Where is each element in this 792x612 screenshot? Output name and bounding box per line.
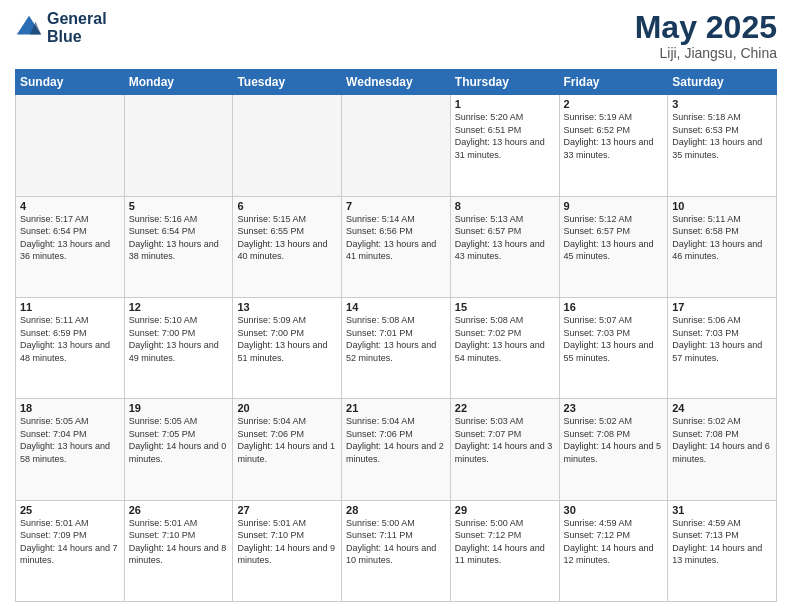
- day-info: Sunrise: 5:01 AMSunset: 7:09 PMDaylight:…: [20, 517, 120, 567]
- day-info: Sunrise: 5:18 AMSunset: 6:53 PMDaylight:…: [672, 111, 772, 161]
- calendar-cell: 1Sunrise: 5:20 AMSunset: 6:51 PMDaylight…: [450, 95, 559, 196]
- day-number: 15: [455, 301, 555, 313]
- calendar-cell: 20Sunrise: 5:04 AMSunset: 7:06 PMDayligh…: [233, 399, 342, 500]
- day-info: Sunrise: 5:10 AMSunset: 7:00 PMDaylight:…: [129, 314, 229, 364]
- day-number: 16: [564, 301, 664, 313]
- day-number: 27: [237, 504, 337, 516]
- calendar-cell: [16, 95, 125, 196]
- calendar-cell: 8Sunrise: 5:13 AMSunset: 6:57 PMDaylight…: [450, 196, 559, 297]
- day-number: 26: [129, 504, 229, 516]
- day-number: 10: [672, 200, 772, 212]
- day-info: Sunrise: 5:01 AMSunset: 7:10 PMDaylight:…: [129, 517, 229, 567]
- calendar-cell: 17Sunrise: 5:06 AMSunset: 7:03 PMDayligh…: [668, 297, 777, 398]
- day-number: 22: [455, 402, 555, 414]
- calendar-cell: 18Sunrise: 5:05 AMSunset: 7:04 PMDayligh…: [16, 399, 125, 500]
- weekday-header: Wednesday: [342, 70, 451, 95]
- day-number: 25: [20, 504, 120, 516]
- day-info: Sunrise: 4:59 AMSunset: 7:13 PMDaylight:…: [672, 517, 772, 567]
- day-info: Sunrise: 5:19 AMSunset: 6:52 PMDaylight:…: [564, 111, 664, 161]
- day-info: Sunrise: 5:15 AMSunset: 6:55 PMDaylight:…: [237, 213, 337, 263]
- calendar-cell: 5Sunrise: 5:16 AMSunset: 6:54 PMDaylight…: [124, 196, 233, 297]
- day-number: 20: [237, 402, 337, 414]
- day-info: Sunrise: 5:08 AMSunset: 7:02 PMDaylight:…: [455, 314, 555, 364]
- day-info: Sunrise: 5:13 AMSunset: 6:57 PMDaylight:…: [455, 213, 555, 263]
- weekday-header: Friday: [559, 70, 668, 95]
- calendar-cell: 12Sunrise: 5:10 AMSunset: 7:00 PMDayligh…: [124, 297, 233, 398]
- calendar-cell: 14Sunrise: 5:08 AMSunset: 7:01 PMDayligh…: [342, 297, 451, 398]
- day-info: Sunrise: 5:04 AMSunset: 7:06 PMDaylight:…: [346, 415, 446, 465]
- title-block: May 2025 Liji, Jiangsu, China: [635, 10, 777, 61]
- day-info: Sunrise: 5:02 AMSunset: 7:08 PMDaylight:…: [564, 415, 664, 465]
- logo-text: General Blue: [47, 10, 107, 45]
- calendar-cell: [342, 95, 451, 196]
- day-info: Sunrise: 5:05 AMSunset: 7:05 PMDaylight:…: [129, 415, 229, 465]
- calendar-cell: 25Sunrise: 5:01 AMSunset: 7:09 PMDayligh…: [16, 500, 125, 601]
- weekday-header: Thursday: [450, 70, 559, 95]
- calendar-cell: 6Sunrise: 5:15 AMSunset: 6:55 PMDaylight…: [233, 196, 342, 297]
- day-info: Sunrise: 5:14 AMSunset: 6:56 PMDaylight:…: [346, 213, 446, 263]
- day-number: 28: [346, 504, 446, 516]
- calendar-cell: 26Sunrise: 5:01 AMSunset: 7:10 PMDayligh…: [124, 500, 233, 601]
- calendar-cell: 21Sunrise: 5:04 AMSunset: 7:06 PMDayligh…: [342, 399, 451, 500]
- month-title: May 2025: [635, 10, 777, 45]
- calendar-cell: 3Sunrise: 5:18 AMSunset: 6:53 PMDaylight…: [668, 95, 777, 196]
- day-number: 24: [672, 402, 772, 414]
- day-info: Sunrise: 5:20 AMSunset: 6:51 PMDaylight:…: [455, 111, 555, 161]
- calendar-cell: 31Sunrise: 4:59 AMSunset: 7:13 PMDayligh…: [668, 500, 777, 601]
- day-number: 12: [129, 301, 229, 313]
- day-number: 23: [564, 402, 664, 414]
- day-info: Sunrise: 5:16 AMSunset: 6:54 PMDaylight:…: [129, 213, 229, 263]
- day-info: Sunrise: 5:11 AMSunset: 6:58 PMDaylight:…: [672, 213, 772, 263]
- calendar-cell: 23Sunrise: 5:02 AMSunset: 7:08 PMDayligh…: [559, 399, 668, 500]
- day-number: 19: [129, 402, 229, 414]
- day-info: Sunrise: 5:05 AMSunset: 7:04 PMDaylight:…: [20, 415, 120, 465]
- weekday-header: Tuesday: [233, 70, 342, 95]
- day-number: 14: [346, 301, 446, 313]
- calendar-table: SundayMondayTuesdayWednesdayThursdayFrid…: [15, 69, 777, 602]
- weekday-header: Saturday: [668, 70, 777, 95]
- location: Liji, Jiangsu, China: [635, 45, 777, 61]
- day-info: Sunrise: 5:02 AMSunset: 7:08 PMDaylight:…: [672, 415, 772, 465]
- day-number: 7: [346, 200, 446, 212]
- day-number: 21: [346, 402, 446, 414]
- calendar-cell: 13Sunrise: 5:09 AMSunset: 7:00 PMDayligh…: [233, 297, 342, 398]
- day-number: 4: [20, 200, 120, 212]
- day-info: Sunrise: 5:08 AMSunset: 7:01 PMDaylight:…: [346, 314, 446, 364]
- day-info: Sunrise: 5:12 AMSunset: 6:57 PMDaylight:…: [564, 213, 664, 263]
- day-info: Sunrise: 5:06 AMSunset: 7:03 PMDaylight:…: [672, 314, 772, 364]
- calendar-cell: 22Sunrise: 5:03 AMSunset: 7:07 PMDayligh…: [450, 399, 559, 500]
- calendar-cell: 2Sunrise: 5:19 AMSunset: 6:52 PMDaylight…: [559, 95, 668, 196]
- day-number: 31: [672, 504, 772, 516]
- day-number: 17: [672, 301, 772, 313]
- calendar-cell: 27Sunrise: 5:01 AMSunset: 7:10 PMDayligh…: [233, 500, 342, 601]
- day-number: 9: [564, 200, 664, 212]
- calendar-cell: [233, 95, 342, 196]
- day-info: Sunrise: 5:04 AMSunset: 7:06 PMDaylight:…: [237, 415, 337, 465]
- day-info: Sunrise: 5:11 AMSunset: 6:59 PMDaylight:…: [20, 314, 120, 364]
- calendar-cell: 10Sunrise: 5:11 AMSunset: 6:58 PMDayligh…: [668, 196, 777, 297]
- calendar-cell: 28Sunrise: 5:00 AMSunset: 7:11 PMDayligh…: [342, 500, 451, 601]
- calendar-cell: 19Sunrise: 5:05 AMSunset: 7:05 PMDayligh…: [124, 399, 233, 500]
- page: General Blue May 2025 Liji, Jiangsu, Chi…: [0, 0, 792, 612]
- day-number: 6: [237, 200, 337, 212]
- day-info: Sunrise: 5:00 AMSunset: 7:12 PMDaylight:…: [455, 517, 555, 567]
- logo-icon: [15, 14, 43, 42]
- day-number: 11: [20, 301, 120, 313]
- calendar-cell: 15Sunrise: 5:08 AMSunset: 7:02 PMDayligh…: [450, 297, 559, 398]
- calendar-cell: 11Sunrise: 5:11 AMSunset: 6:59 PMDayligh…: [16, 297, 125, 398]
- calendar-cell: 29Sunrise: 5:00 AMSunset: 7:12 PMDayligh…: [450, 500, 559, 601]
- weekday-header: Monday: [124, 70, 233, 95]
- day-info: Sunrise: 5:01 AMSunset: 7:10 PMDaylight:…: [237, 517, 337, 567]
- calendar-cell: 9Sunrise: 5:12 AMSunset: 6:57 PMDaylight…: [559, 196, 668, 297]
- day-info: Sunrise: 4:59 AMSunset: 7:12 PMDaylight:…: [564, 517, 664, 567]
- calendar-cell: 24Sunrise: 5:02 AMSunset: 7:08 PMDayligh…: [668, 399, 777, 500]
- calendar-cell: 16Sunrise: 5:07 AMSunset: 7:03 PMDayligh…: [559, 297, 668, 398]
- day-number: 2: [564, 98, 664, 110]
- weekday-header: Sunday: [16, 70, 125, 95]
- calendar-cell: 4Sunrise: 5:17 AMSunset: 6:54 PMDaylight…: [16, 196, 125, 297]
- calendar-cell: [124, 95, 233, 196]
- day-info: Sunrise: 5:07 AMSunset: 7:03 PMDaylight:…: [564, 314, 664, 364]
- day-info: Sunrise: 5:00 AMSunset: 7:11 PMDaylight:…: [346, 517, 446, 567]
- day-number: 1: [455, 98, 555, 110]
- day-info: Sunrise: 5:17 AMSunset: 6:54 PMDaylight:…: [20, 213, 120, 263]
